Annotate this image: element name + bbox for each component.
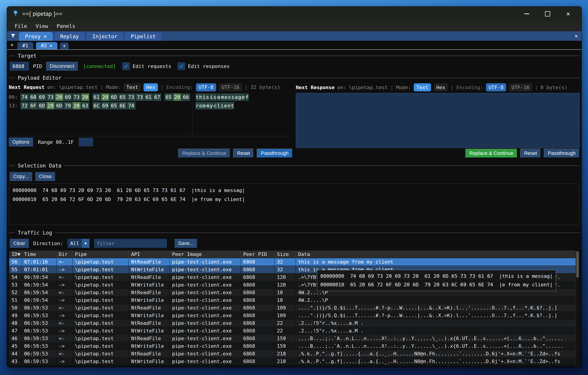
text-char[interactable]: g	[238, 93, 241, 101]
hex-byte[interactable]: 6D	[110, 93, 118, 101]
hex-byte[interactable]: 20	[173, 93, 181, 101]
response-editor[interactable]	[296, 93, 580, 148]
selection-hex-dump[interactable]: 00000000 74 68 69 73 20 69 73 20 61 20 6…	[9, 183, 579, 225]
mode-text-toggle[interactable]: Text	[124, 83, 141, 91]
text-char[interactable]: i	[210, 93, 213, 101]
mode-hex-toggle[interactable]: Hex	[144, 83, 158, 91]
hex-byte[interactable]: 65	[110, 102, 118, 109]
hex-byte[interactable]: 6C	[93, 102, 101, 109]
menu-item-file[interactable]: File	[15, 23, 27, 29]
session-tab-1[interactable]: #1	[17, 42, 33, 49]
range-input[interactable]	[79, 138, 93, 146]
hex-byte[interactable]: 74	[127, 102, 136, 109]
hex-byte[interactable]: 65	[118, 93, 127, 101]
column-header-peer-pid[interactable]: Peer PID	[241, 250, 275, 258]
utf8-toggle[interactable]: UTF-8	[486, 83, 506, 91]
text-char[interactable]: a	[217, 93, 220, 101]
hex-byte[interactable]: 6D	[55, 102, 63, 109]
table-row[interactable]: 5006:59:53<-\pipetap.testNtReadFilepipe-…	[9, 304, 579, 312]
tab-pipelist[interactable]: Pipelist	[125, 32, 161, 41]
hex-byte[interactable]: 69	[64, 93, 72, 101]
column-header-pipe[interactable]: Pipe	[73, 250, 129, 258]
chevron-down-icon[interactable]: ▼	[10, 42, 13, 48]
text-char[interactable]: n	[227, 102, 231, 109]
tab-injector[interactable]: Injector	[87, 32, 123, 41]
hex-byte[interactable]: 66	[182, 93, 190, 101]
clear-button[interactable]: Clear	[10, 239, 29, 248]
utf8-toggle[interactable]: UTF-8	[196, 83, 216, 91]
text-char[interactable]: m	[206, 102, 210, 109]
text-char[interactable]: m	[202, 102, 206, 109]
hex-byte[interactable]: 20	[55, 93, 63, 101]
column-header-time[interactable]: Time	[22, 250, 56, 258]
request-replace-continue[interactable]: Replace & Continue	[178, 149, 230, 158]
hex-byte[interactable]: 20	[81, 93, 90, 101]
text-char[interactable]: o	[199, 102, 202, 109]
table-row[interactable]: 4406:59:53<-\pipetap.testNtReadFilepipe-…	[9, 350, 579, 358]
text-char[interactable]: r	[196, 102, 199, 109]
disconnect-button[interactable]: Disconnect	[46, 62, 78, 71]
tab-replay[interactable]: Replay	[54, 32, 85, 41]
filter-input[interactable]: filter	[94, 239, 167, 248]
response-passthrough[interactable]: Passthrough	[544, 149, 580, 158]
hex-byte[interactable]: 6F	[29, 102, 38, 109]
request-passthrough[interactable]: Passthrough	[257, 149, 293, 158]
text-char[interactable]: c	[213, 102, 217, 109]
menu-item-view[interactable]: View	[36, 23, 48, 29]
text-char[interactable]: f	[245, 93, 249, 101]
utf16-toggle[interactable]: UTF-16	[219, 83, 242, 91]
table-row[interactable]: 4606:59:53<-\pipetap.testNtReadFilepipe-…	[9, 335, 579, 342]
column-header-dir[interactable]: Dir	[56, 250, 73, 258]
hex-byte[interactable]: 20	[73, 102, 81, 109]
table-row[interactable]: 4906:59:53->\pipetap.testNtWriteFilepipe…	[9, 312, 579, 319]
filter-funnel-icon[interactable]	[10, 33, 16, 39]
hex-byte[interactable]: 20	[101, 93, 110, 101]
hex-byte[interactable]: 73	[73, 93, 81, 101]
table-row[interactable]: 4706:59:53->\pipetap.testNtWriteFilepipe…	[9, 327, 579, 335]
text-char[interactable]: t	[196, 93, 199, 101]
hex-byte[interactable]: 79	[64, 102, 72, 109]
response-replace-continue[interactable]: Replace & Continue	[465, 149, 517, 158]
column-header-peer-image[interactable]: Peer Image	[170, 250, 241, 258]
hex-byte[interactable]: 68	[29, 93, 38, 101]
direction-dropdown[interactable]: All ▼	[67, 239, 90, 248]
hex-byte[interactable]: 73	[127, 93, 136, 101]
hex-byte[interactable]: 73	[136, 93, 144, 101]
column-header-size[interactable]: Size	[275, 250, 296, 258]
text-char[interactable]: t	[231, 102, 234, 109]
utf16-toggle[interactable]: UTF-16	[509, 83, 532, 91]
table-row[interactable]: 4306:59:53->\pipetap.testNtWriteFilepipe…	[9, 358, 579, 365]
save-button[interactable]: Save...	[175, 239, 197, 248]
scrollbar-thumb[interactable]	[576, 251, 579, 278]
column-header-api[interactable]: API	[129, 250, 170, 258]
tab-close-icon[interactable]: ✕	[50, 42, 52, 49]
text-char[interactable]: a	[235, 93, 238, 101]
table-scrollbar[interactable]	[576, 250, 579, 367]
text-char[interactable]: e	[241, 93, 245, 101]
session-tab-2[interactable]: #2✕	[36, 42, 58, 49]
column-header-id[interactable]: ID▼	[9, 250, 22, 258]
pid-input[interactable]: 6868	[10, 62, 29, 71]
text-char[interactable]: m	[221, 93, 224, 101]
hex-byte[interactable]: 61	[93, 93, 101, 101]
options-button[interactable]: Options	[9, 138, 33, 147]
text-char[interactable]: s	[228, 93, 231, 101]
request-reset[interactable]: Reset	[233, 149, 254, 158]
copy-button[interactable]: Copy...	[10, 172, 32, 181]
table-row[interactable]: 4806:59:53<-\pipetap.testNtReadFilepipe-…	[9, 319, 579, 327]
column-header-data[interactable]: Data	[296, 250, 579, 258]
maximize-button[interactable]	[544, 10, 551, 18]
close-selection-button[interactable]: Close	[35, 172, 55, 181]
mode-text-toggle[interactable]: Text	[414, 83, 431, 91]
hex-byte[interactable]: 65	[164, 93, 173, 101]
text-char[interactable]: s	[213, 93, 216, 101]
hex-byte[interactable]: 69	[101, 102, 110, 109]
hex-byte[interactable]: 6D	[38, 102, 46, 109]
minimize-button[interactable]	[523, 10, 531, 18]
tab-proxy[interactable]: Proxy✕	[19, 32, 53, 41]
close-button[interactable]: ✕	[564, 10, 572, 18]
text-char[interactable]: e	[224, 102, 227, 109]
edit-requests-checkbox[interactable]: ✓	[122, 62, 130, 70]
text-char[interactable]: s	[206, 93, 209, 101]
tab-close-icon[interactable]: ✕	[44, 32, 47, 41]
